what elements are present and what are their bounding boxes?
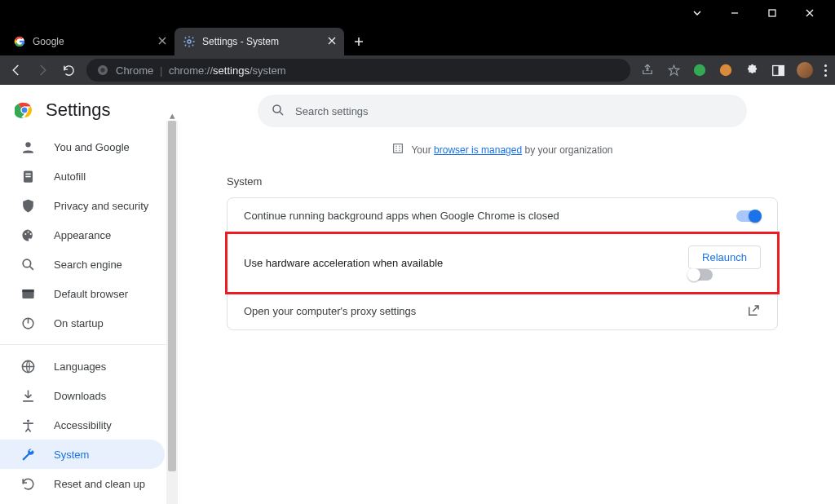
svg-rect-21 [22, 289, 33, 291]
palette-icon [20, 227, 36, 243]
sidebar-item-you-and-google[interactable]: You and Google [0, 132, 165, 161]
share-icon[interactable] [640, 63, 655, 77]
row-label: Continue running background apps when Go… [244, 210, 559, 222]
download-icon [20, 387, 36, 404]
extension-orange-icon[interactable] [718, 63, 733, 77]
settings-page: Settings You and Google Autofill Privacy… [0, 85, 835, 504]
person-icon [20, 139, 36, 155]
managed-link[interactable]: browser is managed [434, 144, 522, 156]
row-background-apps: Continue running background apps when Go… [228, 198, 777, 234]
search-placeholder: Search settings [295, 105, 369, 117]
sidebar-item-label: Privacy and security [54, 200, 148, 212]
sidebar-item-label: Search engine [54, 259, 122, 271]
main-content: Search settings Your browser is managed … [178, 85, 835, 504]
svg-point-5 [694, 64, 705, 76]
managed-notice: Your browser is managed by your organiza… [227, 142, 778, 157]
row-label: Open your computer's proxy settings [244, 305, 416, 317]
svg-point-18 [29, 232, 31, 234]
profile-avatar[interactable] [797, 62, 813, 78]
url-text: Chrome | chrome://settings/system [116, 64, 286, 77]
tab-close-icon[interactable] [158, 36, 166, 47]
window-close-button[interactable] [791, 0, 828, 26]
settings-favicon-icon [183, 35, 196, 48]
system-card: Continue running background apps when Go… [227, 197, 778, 330]
sidebar-item-search-engine[interactable]: Search engine [0, 250, 165, 279]
back-button[interactable] [8, 62, 24, 78]
sidebar-item-label: Default browser [54, 288, 128, 300]
svg-point-19 [23, 259, 31, 267]
address-bar[interactable]: Chrome | chrome://settings/system [86, 59, 630, 82]
sidebar-item-system[interactable]: System [0, 440, 165, 469]
sidebar-item-label: Appearance [54, 229, 111, 241]
form-icon [20, 168, 36, 184]
svg-rect-8 [778, 65, 784, 75]
power-icon [20, 315, 36, 331]
row-proxy-settings[interactable]: Open your computer's proxy settings [228, 292, 777, 329]
relaunch-button[interactable]: Relaunch [688, 245, 761, 269]
sidebar-item-privacy[interactable]: Privacy and security [0, 191, 165, 220]
svg-point-16 [24, 232, 26, 234]
svg-point-2 [188, 40, 191, 43]
wrench-icon [20, 446, 36, 462]
toggle-background-apps[interactable] [736, 210, 761, 222]
sidebar-item-label: Autofill [54, 170, 86, 183]
window-maximize-button[interactable] [753, 0, 791, 26]
toggle-hardware-acceleration[interactable] [688, 269, 713, 281]
svg-point-6 [720, 64, 731, 76]
sidebar-item-label: Languages [54, 360, 106, 373]
tab-close-icon[interactable] [328, 36, 336, 47]
tab-google[interactable]: Google [5, 28, 175, 55]
svg-point-25 [273, 105, 281, 113]
sidebar-item-reset[interactable]: Reset and clean up [0, 469, 165, 498]
section-heading: System [227, 175, 778, 188]
browser-menu-icon[interactable] [824, 64, 827, 77]
row-label: Use hardware acceleration when available [244, 257, 443, 269]
search-icon [271, 103, 285, 120]
forward-button[interactable] [34, 62, 51, 78]
tab-title: Settings - System [202, 36, 279, 47]
sidebar-item-on-startup[interactable]: On startup [0, 308, 165, 338]
panel-icon[interactable] [771, 63, 785, 77]
new-tab-button[interactable] [347, 30, 370, 53]
sidebar-item-label: Downloads [54, 390, 106, 402]
window-titlebar [0, 0, 835, 26]
sidebar-item-appearance[interactable]: Appearance [0, 220, 165, 250]
page-title: Settings [46, 99, 111, 121]
sidebar-item-languages[interactable]: Languages [0, 351, 165, 381]
svg-point-24 [26, 419, 29, 422]
sidebar-item-autofill[interactable]: Autofill [0, 161, 165, 191]
extensions-puzzle-icon[interactable] [744, 63, 759, 77]
bookmark-star-icon[interactable] [666, 63, 681, 77]
sidebar-header: Settings [0, 99, 178, 132]
sidebar: Settings You and Google Autofill Privacy… [0, 85, 178, 504]
toolbar-actions [640, 62, 827, 78]
globe-icon [20, 358, 36, 374]
tab-title: Google [33, 36, 64, 47]
tab-strip: Google Settings - System [0, 26, 835, 55]
settings-search-input[interactable]: Search settings [258, 95, 747, 127]
browser-icon [20, 285, 36, 302]
sidebar-item-label: On startup [54, 317, 104, 329]
extension-green-icon[interactable] [692, 63, 707, 77]
building-icon [391, 142, 404, 157]
shield-icon [20, 197, 36, 214]
sidebar-scrollbar[interactable]: ▴ ▾ [166, 121, 178, 504]
window-chevron-down-icon[interactable] [678, 0, 716, 26]
sidebar-item-downloads[interactable]: Downloads [0, 381, 165, 410]
scroll-up-icon[interactable]: ▴ [166, 109, 178, 121]
scrollbar-thumb[interactable] [168, 121, 176, 471]
tab-settings[interactable]: Settings - System [175, 28, 344, 55]
search-icon [20, 256, 36, 272]
svg-point-12 [25, 142, 30, 147]
chrome-site-icon [96, 64, 109, 77]
sidebar-item-label: Reset and clean up [54, 478, 145, 490]
sidebar-divider [0, 344, 178, 345]
sidebar-item-default-browser[interactable]: Default browser [0, 279, 165, 308]
sidebar-item-accessibility[interactable]: Accessibility [0, 410, 165, 440]
google-favicon-icon [13, 35, 26, 48]
window-minimize-button[interactable] [716, 0, 753, 26]
sidebar-item-label: Accessibility [54, 419, 112, 431]
reload-button[interactable] [60, 62, 77, 78]
svg-point-4 [100, 68, 104, 72]
restore-icon [20, 475, 36, 492]
